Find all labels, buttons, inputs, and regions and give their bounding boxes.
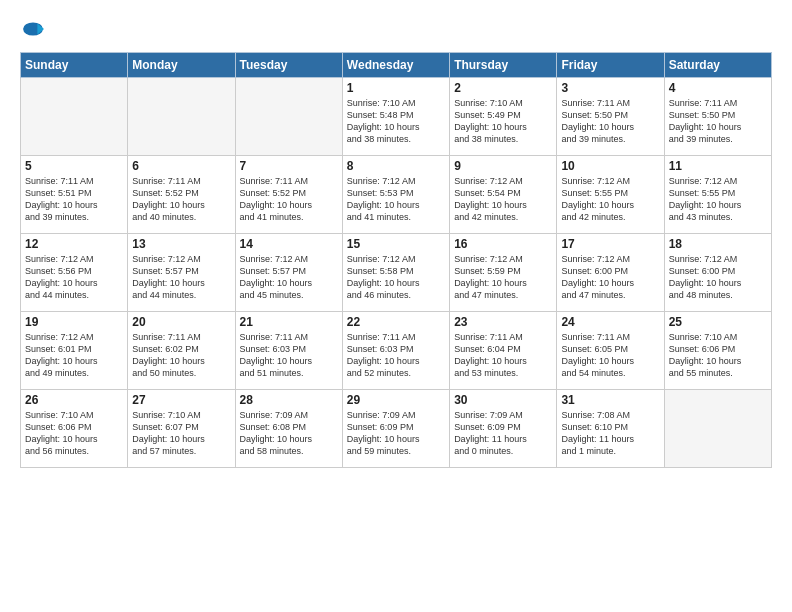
cell-content: Sunrise: 7:08 AMSunset: 6:10 PMDaylight:… — [561, 409, 659, 458]
calendar-cell: 20Sunrise: 7:11 AMSunset: 6:02 PMDayligh… — [128, 312, 235, 390]
calendar-cell: 18Sunrise: 7:12 AMSunset: 6:00 PMDayligh… — [664, 234, 771, 312]
calendar-cell: 7Sunrise: 7:11 AMSunset: 5:52 PMDaylight… — [235, 156, 342, 234]
day-number: 16 — [454, 237, 552, 251]
page-container: SundayMondayTuesdayWednesdayThursdayFrid… — [0, 0, 792, 478]
day-number: 30 — [454, 393, 552, 407]
day-number: 8 — [347, 159, 445, 173]
calendar-cell: 28Sunrise: 7:09 AMSunset: 6:08 PMDayligh… — [235, 390, 342, 468]
calendar-cell — [235, 78, 342, 156]
calendar-cell: 27Sunrise: 7:10 AMSunset: 6:07 PMDayligh… — [128, 390, 235, 468]
logo — [20, 18, 44, 44]
day-number: 27 — [132, 393, 230, 407]
day-number: 29 — [347, 393, 445, 407]
day-number: 21 — [240, 315, 338, 329]
weekday-header: Monday — [128, 53, 235, 78]
cell-content: Sunrise: 7:09 AMSunset: 6:09 PMDaylight:… — [454, 409, 552, 458]
day-number: 17 — [561, 237, 659, 251]
cell-content: Sunrise: 7:12 AMSunset: 6:00 PMDaylight:… — [561, 253, 659, 302]
weekday-header: Wednesday — [342, 53, 449, 78]
calendar-cell: 31Sunrise: 7:08 AMSunset: 6:10 PMDayligh… — [557, 390, 664, 468]
calendar-cell: 9Sunrise: 7:12 AMSunset: 5:54 PMDaylight… — [450, 156, 557, 234]
day-number: 19 — [25, 315, 123, 329]
calendar-cell: 17Sunrise: 7:12 AMSunset: 6:00 PMDayligh… — [557, 234, 664, 312]
day-number: 6 — [132, 159, 230, 173]
day-number: 14 — [240, 237, 338, 251]
day-number: 10 — [561, 159, 659, 173]
calendar-cell: 19Sunrise: 7:12 AMSunset: 6:01 PMDayligh… — [21, 312, 128, 390]
calendar-week-row: 19Sunrise: 7:12 AMSunset: 6:01 PMDayligh… — [21, 312, 772, 390]
day-number: 3 — [561, 81, 659, 95]
calendar-cell: 15Sunrise: 7:12 AMSunset: 5:58 PMDayligh… — [342, 234, 449, 312]
calendar-cell: 12Sunrise: 7:12 AMSunset: 5:56 PMDayligh… — [21, 234, 128, 312]
day-number: 24 — [561, 315, 659, 329]
calendar-cell: 25Sunrise: 7:10 AMSunset: 6:06 PMDayligh… — [664, 312, 771, 390]
cell-content: Sunrise: 7:10 AMSunset: 5:49 PMDaylight:… — [454, 97, 552, 146]
cell-content: Sunrise: 7:10 AMSunset: 6:06 PMDaylight:… — [669, 331, 767, 380]
cell-content: Sunrise: 7:11 AMSunset: 6:03 PMDaylight:… — [347, 331, 445, 380]
cell-content: Sunrise: 7:12 AMSunset: 5:55 PMDaylight:… — [561, 175, 659, 224]
calendar-cell — [128, 78, 235, 156]
calendar-cell: 30Sunrise: 7:09 AMSunset: 6:09 PMDayligh… — [450, 390, 557, 468]
weekday-header: Tuesday — [235, 53, 342, 78]
cell-content: Sunrise: 7:12 AMSunset: 5:59 PMDaylight:… — [454, 253, 552, 302]
day-number: 15 — [347, 237, 445, 251]
calendar-cell — [21, 78, 128, 156]
calendar-table: SundayMondayTuesdayWednesdayThursdayFrid… — [20, 52, 772, 468]
cell-content: Sunrise: 7:11 AMSunset: 5:50 PMDaylight:… — [669, 97, 767, 146]
day-number: 31 — [561, 393, 659, 407]
cell-content: Sunrise: 7:12 AMSunset: 6:00 PMDaylight:… — [669, 253, 767, 302]
cell-content: Sunrise: 7:12 AMSunset: 5:56 PMDaylight:… — [25, 253, 123, 302]
calendar-cell: 1Sunrise: 7:10 AMSunset: 5:48 PMDaylight… — [342, 78, 449, 156]
calendar-week-row: 12Sunrise: 7:12 AMSunset: 5:56 PMDayligh… — [21, 234, 772, 312]
calendar-cell: 6Sunrise: 7:11 AMSunset: 5:52 PMDaylight… — [128, 156, 235, 234]
weekday-header-row: SundayMondayTuesdayWednesdayThursdayFrid… — [21, 53, 772, 78]
calendar-cell: 24Sunrise: 7:11 AMSunset: 6:05 PMDayligh… — [557, 312, 664, 390]
cell-content: Sunrise: 7:11 AMSunset: 5:52 PMDaylight:… — [132, 175, 230, 224]
day-number: 12 — [25, 237, 123, 251]
calendar-week-row: 1Sunrise: 7:10 AMSunset: 5:48 PMDaylight… — [21, 78, 772, 156]
cell-content: Sunrise: 7:11 AMSunset: 5:52 PMDaylight:… — [240, 175, 338, 224]
cell-content: Sunrise: 7:12 AMSunset: 5:57 PMDaylight:… — [132, 253, 230, 302]
calendar-cell — [664, 390, 771, 468]
cell-content: Sunrise: 7:11 AMSunset: 6:04 PMDaylight:… — [454, 331, 552, 380]
cell-content: Sunrise: 7:11 AMSunset: 5:51 PMDaylight:… — [25, 175, 123, 224]
weekday-header: Friday — [557, 53, 664, 78]
weekday-header: Sunday — [21, 53, 128, 78]
calendar-cell: 4Sunrise: 7:11 AMSunset: 5:50 PMDaylight… — [664, 78, 771, 156]
logo-icon — [22, 18, 44, 40]
calendar-cell: 16Sunrise: 7:12 AMSunset: 5:59 PMDayligh… — [450, 234, 557, 312]
day-number: 22 — [347, 315, 445, 329]
cell-content: Sunrise: 7:12 AMSunset: 5:58 PMDaylight:… — [347, 253, 445, 302]
header — [20, 18, 772, 44]
day-number: 20 — [132, 315, 230, 329]
cell-content: Sunrise: 7:10 AMSunset: 6:06 PMDaylight:… — [25, 409, 123, 458]
day-number: 13 — [132, 237, 230, 251]
weekday-header: Saturday — [664, 53, 771, 78]
cell-content: Sunrise: 7:11 AMSunset: 6:03 PMDaylight:… — [240, 331, 338, 380]
cell-content: Sunrise: 7:10 AMSunset: 6:07 PMDaylight:… — [132, 409, 230, 458]
calendar-cell: 21Sunrise: 7:11 AMSunset: 6:03 PMDayligh… — [235, 312, 342, 390]
day-number: 2 — [454, 81, 552, 95]
day-number: 1 — [347, 81, 445, 95]
day-number: 28 — [240, 393, 338, 407]
calendar-cell: 29Sunrise: 7:09 AMSunset: 6:09 PMDayligh… — [342, 390, 449, 468]
calendar-cell: 3Sunrise: 7:11 AMSunset: 5:50 PMDaylight… — [557, 78, 664, 156]
weekday-header: Thursday — [450, 53, 557, 78]
cell-content: Sunrise: 7:09 AMSunset: 6:08 PMDaylight:… — [240, 409, 338, 458]
calendar-cell: 5Sunrise: 7:11 AMSunset: 5:51 PMDaylight… — [21, 156, 128, 234]
calendar-cell: 14Sunrise: 7:12 AMSunset: 5:57 PMDayligh… — [235, 234, 342, 312]
cell-content: Sunrise: 7:12 AMSunset: 5:57 PMDaylight:… — [240, 253, 338, 302]
calendar-cell: 26Sunrise: 7:10 AMSunset: 6:06 PMDayligh… — [21, 390, 128, 468]
calendar-cell: 2Sunrise: 7:10 AMSunset: 5:49 PMDaylight… — [450, 78, 557, 156]
cell-content: Sunrise: 7:12 AMSunset: 5:55 PMDaylight:… — [669, 175, 767, 224]
day-number: 9 — [454, 159, 552, 173]
cell-content: Sunrise: 7:10 AMSunset: 5:48 PMDaylight:… — [347, 97, 445, 146]
calendar-cell: 22Sunrise: 7:11 AMSunset: 6:03 PMDayligh… — [342, 312, 449, 390]
cell-content: Sunrise: 7:09 AMSunset: 6:09 PMDaylight:… — [347, 409, 445, 458]
calendar-cell: 13Sunrise: 7:12 AMSunset: 5:57 PMDayligh… — [128, 234, 235, 312]
calendar-week-row: 5Sunrise: 7:11 AMSunset: 5:51 PMDaylight… — [21, 156, 772, 234]
day-number: 23 — [454, 315, 552, 329]
cell-content: Sunrise: 7:11 AMSunset: 6:02 PMDaylight:… — [132, 331, 230, 380]
day-number: 18 — [669, 237, 767, 251]
calendar-cell: 10Sunrise: 7:12 AMSunset: 5:55 PMDayligh… — [557, 156, 664, 234]
